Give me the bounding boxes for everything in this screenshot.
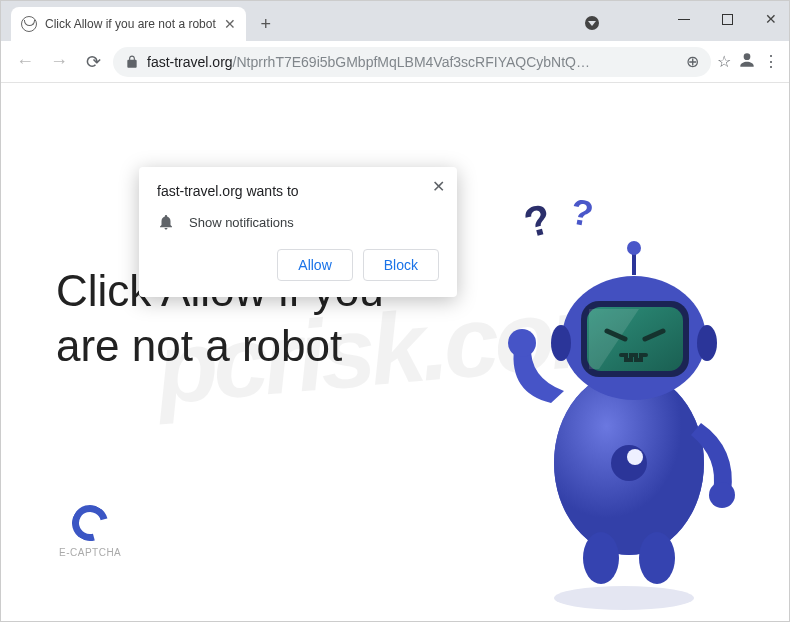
allow-button[interactable]: Allow: [277, 249, 352, 281]
profile-icon[interactable]: [737, 50, 757, 74]
svg-point-10: [508, 329, 536, 357]
svg-point-14: [697, 325, 717, 361]
tab-bar: Click Allow if you are not a robot ✕ +: [1, 1, 789, 41]
svg-text:?: ?: [519, 195, 556, 247]
window-close-icon[interactable]: ✕: [765, 11, 777, 27]
svg-point-6: [611, 445, 647, 481]
reload-button[interactable]: ⟳: [79, 48, 107, 76]
permission-row: Show notifications: [157, 213, 439, 231]
incognito-icon: [585, 16, 599, 30]
tab-close-icon[interactable]: ✕: [224, 16, 236, 32]
captcha-label: E-CAPTCHA: [59, 547, 121, 558]
captcha-c-icon: [66, 498, 115, 547]
notification-permission-dialog: ✕ fast-travel.org wants to Show notifica…: [139, 167, 457, 297]
forward-button[interactable]: →: [45, 48, 73, 76]
address-bar[interactable]: fast-travel.org/NtprrhT7E69i5bGMbpfMqLBM…: [113, 47, 711, 77]
star-icon[interactable]: ☆: [717, 52, 731, 71]
permission-label: Show notifications: [189, 215, 294, 230]
svg-point-13: [551, 325, 571, 361]
lock-icon: [125, 55, 139, 69]
dialog-close-icon[interactable]: ✕: [432, 177, 445, 196]
tab-title: Click Allow if you are not a robot: [45, 17, 216, 31]
block-button[interactable]: Block: [363, 249, 439, 281]
globe-icon: [21, 16, 37, 32]
search-icon[interactable]: ⊕: [686, 52, 699, 71]
back-button[interactable]: ←: [11, 48, 39, 76]
new-tab-button[interactable]: +: [252, 10, 280, 38]
bell-icon: [157, 213, 175, 231]
svg-point-8: [583, 532, 619, 584]
url-text: fast-travel.org/NtprrhT7E69i5bGMbpfMqLBM…: [147, 54, 678, 70]
svg-point-16: [627, 241, 641, 255]
toolbar: ← → ⟳ fast-travel.org/NtprrhT7E69i5bGMbp…: [1, 41, 789, 83]
svg-point-9: [639, 532, 675, 584]
svg-point-7: [627, 449, 643, 465]
svg-text:?: ?: [568, 193, 597, 235]
maximize-icon[interactable]: [722, 14, 733, 25]
dialog-title: fast-travel.org wants to: [157, 183, 439, 199]
captcha-logo: E-CAPTCHA: [59, 505, 121, 558]
browser-tab[interactable]: Click Allow if you are not a robot ✕: [11, 7, 246, 41]
menu-icon[interactable]: ⋮: [763, 52, 779, 71]
robot-illustration: ? ?: [489, 193, 759, 613]
svg-point-0: [744, 53, 751, 60]
dialog-buttons: Allow Block: [157, 249, 439, 281]
svg-point-11: [709, 482, 735, 508]
minimize-icon[interactable]: [678, 19, 690, 20]
page-content: pcrisk.com ✕ fast-travel.org wants to Sh…: [1, 83, 789, 613]
window-controls: ✕: [678, 11, 777, 27]
svg-point-3: [554, 586, 694, 610]
